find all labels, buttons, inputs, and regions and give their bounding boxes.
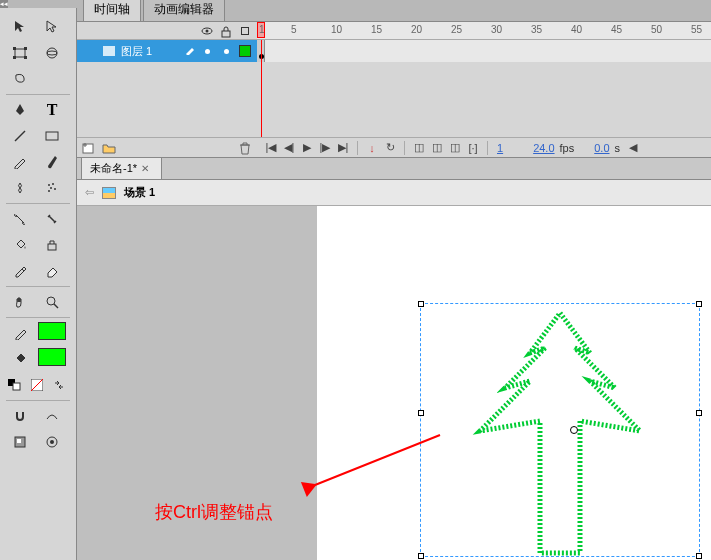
frame-ruler[interactable]: 1 5 10 15 20 25 30 35 40 45 50 55 xyxy=(257,22,711,39)
fps-value[interactable]: 24.0 xyxy=(533,142,554,154)
selection-tool[interactable] xyxy=(6,16,34,38)
lock-column-icon[interactable] xyxy=(221,26,231,36)
onion-outlines-button[interactable]: ◫ xyxy=(429,140,445,156)
frame-strip[interactable] xyxy=(257,40,711,62)
paint-bucket-tool[interactable] xyxy=(6,234,34,256)
swap-colors-tool[interactable] xyxy=(50,374,68,396)
modify-markers-button[interactable]: [·] xyxy=(465,140,481,156)
visibility-column-icon[interactable] xyxy=(201,26,211,36)
eyedropper-tool[interactable] xyxy=(6,260,34,282)
svg-point-24 xyxy=(50,440,54,444)
step-fwd-button[interactable]: |▶ xyxy=(317,140,333,156)
document-tabs: 未命名-1* ✕ xyxy=(77,158,711,180)
pencil-tool[interactable] xyxy=(6,151,34,173)
lasso-tool[interactable] xyxy=(6,68,34,90)
transform-pivot[interactable] xyxy=(570,426,578,434)
layer-row[interactable]: 图层 1 xyxy=(77,40,711,62)
scene-back-button[interactable]: ⇦ xyxy=(85,186,94,199)
option-4[interactable] xyxy=(38,431,66,453)
layer-column-header xyxy=(77,22,257,39)
pen-tool[interactable] xyxy=(6,99,34,121)
layer-name[interactable]: 图层 1 xyxy=(121,44,179,59)
subselection-tool[interactable] xyxy=(38,16,66,38)
svg-point-10 xyxy=(52,183,54,185)
deco-tool[interactable] xyxy=(6,177,34,199)
svg-point-6 xyxy=(47,51,57,55)
tab-anim-editor[interactable]: 动画编辑器 xyxy=(143,0,225,21)
step-back-button[interactable]: ◀| xyxy=(281,140,297,156)
new-layer-button[interactable] xyxy=(81,140,97,156)
svg-line-29 xyxy=(315,435,440,485)
transform-handle[interactable] xyxy=(418,301,424,307)
svg-line-7 xyxy=(15,131,25,141)
ruler-tick: 25 xyxy=(451,24,462,35)
svg-rect-18 xyxy=(13,383,20,390)
3d-rotation-tool[interactable] xyxy=(38,42,66,64)
layer-lock-dot[interactable] xyxy=(224,49,229,54)
play-button[interactable]: ▶ xyxy=(299,140,315,156)
snap-option[interactable] xyxy=(6,405,34,427)
ruler-tick: 10 xyxy=(331,24,342,35)
close-document-button[interactable]: ✕ xyxy=(141,163,153,175)
fill-color-tool[interactable] xyxy=(6,348,34,370)
transform-handle[interactable] xyxy=(696,410,702,416)
stroke-color-tool[interactable] xyxy=(6,322,34,344)
brush-tool[interactable] xyxy=(38,151,66,173)
layer-visibility-dot[interactable] xyxy=(205,49,210,54)
goto-last-button[interactable]: ▶| xyxy=(335,140,351,156)
svg-point-15 xyxy=(47,297,55,305)
bind-tool[interactable] xyxy=(38,208,66,230)
scene-label[interactable]: 场景 1 xyxy=(124,185,155,200)
ruler-tick: 40 xyxy=(571,24,582,35)
line-tool[interactable] xyxy=(6,125,34,147)
current-frame-display[interactable]: 1 xyxy=(497,142,503,154)
edit-multiple-button[interactable]: ◫ xyxy=(447,140,463,156)
option-3[interactable] xyxy=(6,431,34,453)
hand-tool[interactable] xyxy=(6,291,34,313)
center-frame-button[interactable]: ↓ xyxy=(364,140,380,156)
eraser-tool[interactable] xyxy=(38,260,66,282)
svg-rect-8 xyxy=(46,132,58,140)
rectangle-tool[interactable] xyxy=(38,125,66,147)
free-transform-tool[interactable] xyxy=(6,42,34,64)
black-white-tool[interactable] xyxy=(6,374,24,396)
stroke-color-swatch[interactable] xyxy=(38,322,66,340)
transform-handle[interactable] xyxy=(696,301,702,307)
svg-rect-0 xyxy=(15,49,25,57)
svg-point-9 xyxy=(48,184,50,186)
delete-layer-button[interactable] xyxy=(237,140,253,156)
transform-handle[interactable] xyxy=(696,553,702,559)
goto-first-button[interactable]: |◀ xyxy=(263,140,279,156)
bone-tool[interactable] xyxy=(6,208,34,230)
panel-tabs: 时间轴 动画编辑器 xyxy=(77,0,711,22)
no-color-tool[interactable] xyxy=(28,374,46,396)
scene-icon xyxy=(102,187,116,199)
layer-type-icon xyxy=(103,46,115,56)
text-tool[interactable]: T xyxy=(38,99,66,121)
outline-column-icon[interactable] xyxy=(241,27,249,35)
svg-rect-3 xyxy=(13,56,16,59)
timeline-menu-button[interactable]: ◀ xyxy=(625,140,641,156)
transform-handle[interactable] xyxy=(418,410,424,416)
zoom-tool[interactable] xyxy=(38,291,66,313)
svg-point-12 xyxy=(54,188,56,190)
smooth-option[interactable] xyxy=(38,405,66,427)
panel-collapse-handle[interactable]: ◂◂ xyxy=(0,0,8,8)
new-folder-button[interactable] xyxy=(101,140,117,156)
svg-rect-4 xyxy=(24,56,27,59)
document-tab[interactable]: 未命名-1* ✕ xyxy=(81,157,162,180)
svg-rect-1 xyxy=(13,47,16,50)
spray-brush-tool[interactable] xyxy=(38,177,66,199)
layer-edit-icon xyxy=(185,45,195,57)
fill-color-swatch[interactable] xyxy=(38,348,66,366)
tab-timeline[interactable]: 时间轴 xyxy=(83,0,141,21)
layer-outline-color[interactable] xyxy=(239,45,251,57)
selection-bounding-box[interactable] xyxy=(420,303,700,557)
time-value[interactable]: 0.0 xyxy=(594,142,609,154)
onion-skin-button[interactable]: ◫ xyxy=(411,140,427,156)
time-label: s xyxy=(615,142,621,154)
loop-button[interactable]: ↻ xyxy=(382,140,398,156)
transform-handle[interactable] xyxy=(418,553,424,559)
ink-bottle-tool[interactable] xyxy=(38,234,66,256)
ruler-tick: 15 xyxy=(371,24,382,35)
